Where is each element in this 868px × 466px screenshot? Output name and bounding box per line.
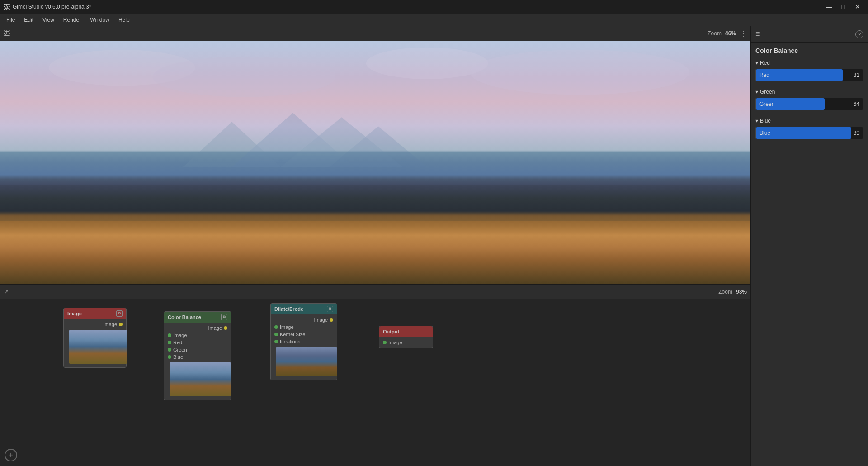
red-slider-value: 81 — [854, 72, 859, 78]
node-zoom-value: 93% — [736, 289, 747, 295]
cb-node-thumb-img — [170, 362, 231, 396]
color-balance-node[interactable]: Color Balance ⧉ Image Image — [164, 311, 231, 400]
cb-out-red-label: Red — [173, 340, 182, 345]
green-channel-header[interactable]: ▾ Green — [755, 89, 863, 95]
minimize-button[interactable]: — — [822, 0, 835, 14]
cb-in-image-port — [224, 326, 227, 330]
cb-out-green-label: Green — [173, 347, 187, 352]
dilate-erode-node[interactable]: Dilate/Erode ⧉ Image Image — [270, 303, 337, 380]
output-node[interactable]: Output Image — [379, 326, 433, 348]
menu-render[interactable]: Render — [59, 15, 85, 25]
de-out-iterations-label: Iterations — [280, 339, 300, 344]
cb-out-blue-label: Blue — [173, 354, 183, 360]
right-panel: ≡ ? Color Balance ▾ Red Red 81 ▾ — [750, 26, 868, 466]
dilate-erode-node-body: Image Image Kernel Size — [271, 314, 337, 380]
de-out-iterations-port — [274, 340, 278, 343]
share-icon[interactable]: ↗ — [4, 288, 9, 295]
cb-out-image-port — [168, 333, 171, 337]
cb-out-blue: Blue — [164, 353, 231, 361]
de-out-image-port — [274, 325, 278, 329]
blue-slider-container[interactable]: Blue 89 — [755, 127, 863, 139]
de-in-image-label: Image — [314, 317, 328, 323]
green-channel-section: ▾ Green Green 64 — [755, 89, 863, 110]
blue-slider-value: 89 — [854, 130, 859, 136]
canvas-more-icon[interactable]: ⋮ — [740, 29, 747, 38]
image-node-header: Image ⧉ — [64, 308, 126, 319]
de-in-image-port — [330, 318, 333, 322]
center-area: 🖼 Zoom 46% ⋮ — [0, 26, 750, 466]
titlebar-title: Gimel Studio v0.6.0 pre-alpha 3* — [13, 4, 91, 10]
red-slider-label: Red — [760, 72, 769, 78]
cb-port-in-image: Image — [164, 324, 231, 332]
cb-out-image: Image — [164, 332, 231, 339]
blue-channel-header[interactable]: ▾ Blue — [755, 118, 863, 124]
blue-chevron-icon: ▾ — [755, 118, 758, 124]
image-node-thumbnail — [69, 330, 127, 364]
menubar: File Edit View Render Window Help — [0, 14, 868, 26]
green-slider-value: 64 — [854, 101, 859, 107]
zoom-label: Zoom — [708, 30, 722, 37]
image-node-thumb-img — [69, 330, 127, 364]
dilate-erode-node-icon[interactable]: ⧉ — [327, 306, 333, 312]
cb-out-green: Green — [164, 346, 231, 353]
menu-help[interactable]: Help — [114, 15, 134, 25]
output-in-image-port — [383, 341, 387, 344]
green-channel-label: Green — [760, 89, 775, 95]
cb-in-image-label: Image — [208, 325, 222, 331]
main-layout: 🖼 Zoom 46% ⋮ — [0, 26, 868, 466]
add-node-button[interactable]: + — [5, 449, 17, 461]
de-out-kernel: Kernel Size — [271, 331, 337, 338]
maximize-button[interactable]: □ — [836, 0, 850, 14]
color-balance-node-header: Color Balance ⧉ — [164, 312, 231, 323]
cb-out-green-port — [168, 348, 171, 352]
canvas-toolbar: 🖼 Zoom 46% ⋮ — [0, 26, 750, 41]
app-icon: 🖼 — [4, 3, 10, 10]
de-out-iterations: Iterations — [271, 338, 337, 345]
image-node-icon[interactable]: ⧉ — [116, 310, 123, 317]
output-node-header: Output — [379, 326, 433, 337]
node-editor-toolbar: ↗ Zoom 93% — [0, 285, 750, 299]
output-node-body: Image — [379, 337, 433, 348]
dilate-erode-node-thumbnail — [276, 347, 337, 376]
cb-out-red-port — [168, 341, 171, 344]
de-node-thumb-img — [276, 347, 337, 376]
menu-edit[interactable]: Edit — [19, 15, 38, 25]
color-balance-node-icon[interactable]: ⧉ — [221, 314, 227, 320]
green-chevron-icon: ▾ — [755, 89, 758, 95]
titlebar-left: 🖼 Gimel Studio v0.6.0 pre-alpha 3* — [4, 3, 91, 10]
output-port-in-image: Image — [379, 339, 433, 346]
panel-sliders-icon[interactable]: ≡ — [755, 29, 760, 39]
de-out-kernel-port — [274, 333, 278, 336]
node-canvas[interactable]: Image ⧉ Image — [0, 299, 750, 466]
color-balance-node-body: Image Image Red Gree — [164, 323, 231, 400]
menu-view[interactable]: View — [38, 15, 59, 25]
image-node-title: Image — [67, 311, 82, 316]
titlebar-controls: — □ ✕ — [822, 0, 864, 14]
image-node-out-label: Image — [103, 322, 117, 327]
red-channel-header[interactable]: ▾ Red — [755, 60, 863, 66]
image-node[interactable]: Image ⧉ Image — [63, 308, 127, 368]
canvas-image — [0, 41, 750, 284]
cb-out-image-label: Image — [173, 333, 187, 338]
menu-window[interactable]: Window — [85, 15, 114, 25]
panel-help-button[interactable]: ? — [855, 30, 863, 38]
blue-slider-label: Blue — [760, 130, 770, 136]
image-node-body: Image — [64, 319, 126, 367]
cb-out-blue-port — [168, 355, 171, 359]
panel-content: Color Balance ▾ Red Red 81 ▾ Green — [751, 43, 868, 466]
image-node-out-port — [119, 323, 123, 326]
color-balance-node-thumbnail — [170, 362, 231, 396]
red-slider-container[interactable]: Red 81 — [755, 69, 863, 81]
green-slider-container[interactable]: Green 64 — [755, 98, 863, 110]
zoom-value: 46% — [725, 30, 736, 37]
color-balance-node-title: Color Balance — [168, 314, 201, 320]
close-button[interactable]: ✕ — [851, 0, 864, 14]
node-zoom-label: Zoom — [718, 289, 732, 295]
dilate-erode-node-header: Dilate/Erode ⧉ — [271, 304, 337, 314]
menu-file[interactable]: File — [2, 15, 19, 25]
canvas-image-icon: 🖼 — [4, 30, 10, 37]
panel-title: Color Balance — [755, 47, 863, 54]
image-node-output: Image — [64, 321, 126, 328]
red-channel-section: ▾ Red Red 81 — [755, 60, 863, 81]
de-out-kernel-label: Kernel Size — [280, 332, 305, 337]
